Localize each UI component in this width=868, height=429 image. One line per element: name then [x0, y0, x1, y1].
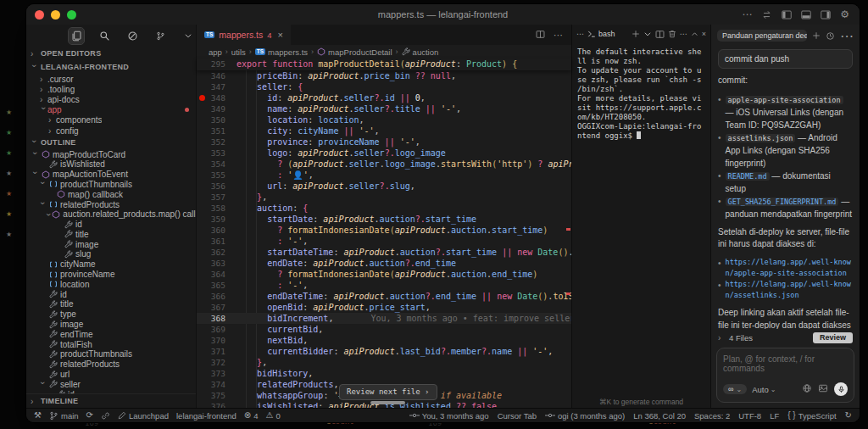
code-line-349[interactable]: 349 name: apiProduct.seller?.title || '-…: [197, 103, 571, 114]
terminal-dropdown-icon[interactable]: [643, 30, 652, 38]
outline-item-productThumbnails[interactable]: ›productThumbnails: [26, 180, 196, 190]
status-launchpad[interactable]: Launchpad: [118, 411, 169, 421]
code-line-367[interactable]: 367 openBid: apiProduct.price_start,: [197, 302, 571, 313]
code-line-357[interactable]: 357 },: [197, 192, 571, 203]
code-line-372[interactable]: 372 },: [197, 357, 571, 368]
code-line-351[interactable]: 351 city: cityName || '-',: [197, 125, 571, 136]
new-terminal-icon[interactable]: [632, 30, 640, 38]
status-ln-368-col-20[interactable]: Ln 368, Col 20: [633, 411, 686, 421]
status-sync[interactable]: ⟳: [86, 411, 93, 420]
close-tab-icon[interactable]: ×: [278, 30, 283, 40]
chat-more-icon[interactable]: ⋯: [840, 28, 854, 44]
close-panel-icon[interactable]: ×: [702, 30, 706, 38]
code-line-362[interactable]: 362 startDateTime: apiProduct.auction?.s…: [197, 247, 571, 258]
activity-files-icon[interactable]: [69, 28, 84, 44]
outline-item-provinceName[interactable]: provinceName: [26, 270, 196, 280]
outline-item-map-callback[interactable]: map() callback: [26, 189, 196, 199]
outline-item-totalFish[interactable]: totalFish: [26, 339, 196, 349]
activity-chevdown-icon[interactable]: [181, 28, 196, 44]
tree-item-components[interactable]: ›components: [26, 115, 196, 125]
status-you-3-months-ago[interactable]: You, 3 months ago: [409, 411, 489, 421]
activity-search-icon[interactable]: [97, 28, 112, 44]
outline-item-type[interactable]: type: [26, 309, 196, 320]
chat-tab[interactable]: Panduan pengaturan deep linking: [717, 30, 807, 42]
activity-branch-icon[interactable]: [153, 28, 168, 44]
outline-item-title[interactable]: title: [26, 299, 196, 309]
section-project[interactable]: › LELANGAI-FRONTEND: [26, 60, 196, 74]
outline-item-id[interactable]: id: [26, 289, 196, 299]
status-cursor-tab[interactable]: Cursor Tab: [498, 411, 537, 421]
code-line-369[interactable]: 369 currentBid,: [197, 324, 571, 335]
breakpoint-dot[interactable]: [199, 95, 205, 101]
web-search-icon[interactable]: [802, 382, 812, 397]
status-utf-8[interactable]: UTF-8: [738, 411, 761, 421]
user-message[interactable]: commit dan push: [718, 49, 853, 69]
terminal-more-icon[interactable]: ⋯: [680, 30, 687, 38]
outline-item-relatedProducts[interactable]: relatedProducts: [26, 359, 196, 370]
toggle-bottom-panel-icon[interactable]: [801, 10, 811, 20]
code-area[interactable]: 346 priceBin: apiProduct.price_bin ?? nu…: [197, 70, 571, 408]
settings-gear-icon[interactable]: ⚙: [840, 8, 849, 20]
chat-link-bullet[interactable]: •https://lelang.app/.well-known/apple-ap…: [718, 257, 853, 279]
code-line-373[interactable]: 373 bidHistory,: [197, 368, 571, 379]
split-editor-icon[interactable]: [536, 30, 545, 41]
chat-input[interactable]: Plan, @ for context, / for commands ∞ ⌄ …: [716, 348, 854, 403]
outline-item-image[interactable]: image: [26, 239, 196, 249]
outline-item-url[interactable]: url: [26, 370, 196, 380]
toggle-left-panel-icon[interactable]: [782, 10, 792, 20]
tab-mappers-ts[interactable]: TS mappers.ts 4 ×: [197, 25, 291, 45]
split-terminal-icon[interactable]: [655, 30, 665, 39]
breadcrumb-item[interactable]: app: [209, 47, 222, 57]
breadcrumb-item[interactable]: TSmappers.ts: [255, 47, 308, 57]
status-refresh[interactable]: ↻: [845, 411, 852, 420]
status-typescript[interactable]: { }TypeScript: [787, 411, 836, 421]
section-open-editors[interactable]: › OPEN EDITORS: [26, 47, 196, 60]
status-lf[interactable]: LF: [770, 411, 779, 421]
breadcrumb-item[interactable]: mapProductDetail: [317, 47, 392, 57]
status-ogi-3-months-ago-[interactable]: ogi (3 months ago): [545, 411, 625, 421]
code-line-295[interactable]: 295export function mapProductDetail(apiP…: [197, 58, 571, 70]
breadcrumb-item[interactable]: utils: [231, 47, 246, 57]
outline-item-isWishlisted[interactable]: isWishlisted: [26, 159, 196, 170]
changed-files-row[interactable]: › 4 Files Review: [716, 332, 854, 343]
status-spaces-2[interactable]: Spaces: 2: [694, 411, 730, 421]
code-line-371[interactable]: 371 currentBidder: apiProduct.last_bid?.…: [197, 346, 571, 357]
close-window-button[interactable]: [35, 10, 44, 20]
swap-panels-icon[interactable]: [761, 10, 772, 20]
activity-circleslash-icon[interactable]: [125, 28, 140, 44]
code-line-366[interactable]: 366 endDateTime: apiProduct.auction?.end…: [197, 291, 571, 302]
status-main[interactable]: main: [49, 411, 79, 421]
attach-image-icon[interactable]: [818, 382, 828, 397]
breadcrumb-item[interactable]: auction: [402, 47, 439, 57]
kill-terminal-icon[interactable]: [668, 30, 676, 38]
review-button[interactable]: Review: [813, 332, 853, 343]
outline-item-auction-related-products-map-callback[interactable]: ›auction.related_products.map() callback: [26, 209, 196, 220]
code-line-364[interactable]: 364 ? formatIndonesianDate(apiProduct.au…: [197, 269, 571, 280]
editor-more-actions-icon[interactable]: ⋯: [554, 30, 563, 41]
code-line-363[interactable]: 363 endDate: apiProduct.auction?.end_tim…: [197, 258, 571, 269]
code-line-355[interactable]: 355 : '👤',: [197, 170, 571, 181]
code-line-346[interactable]: 346 priceBin: apiProduct.price_bin ?? nu…: [197, 70, 571, 81]
code-line-348[interactable]: 348 id: apiProduct.seller?.id || 0,: [197, 92, 571, 103]
code-line-353[interactable]: 353 logo: apiProduct.seller?.logo_image: [197, 148, 571, 159]
outline-item-location[interactable]: location: [26, 279, 196, 289]
sticky-scroll-line[interactable]: 295export function mapProductDetail(apiP…: [197, 58, 571, 70]
status-tools[interactable]: ⚒: [34, 411, 42, 420]
code-line-359[interactable]: 359 startDate: apiProduct.auction?.start…: [197, 214, 571, 225]
code-line-361[interactable]: 361 : '-',: [197, 236, 571, 247]
section-outline[interactable]: › OUTLINE: [26, 136, 196, 149]
outline-item-id[interactable]: id: [26, 220, 196, 230]
outline-item-image[interactable]: image: [26, 320, 196, 330]
code-line-368[interactable]: 368 bidIncrement,You, 3 months ago • fea…: [197, 313, 571, 324]
chat-link-bullet[interactable]: •https://lelang.app/.well-known/assetlin…: [718, 279, 853, 301]
outline-item-relatedProducts[interactable]: ›relatedProducts: [26, 199, 196, 209]
outline-item-cityName[interactable]: cityName: [26, 259, 196, 270]
review-next-file-button[interactable]: Review next file ›: [339, 384, 437, 400]
section-timeline[interactable]: › TIMELINE: [26, 393, 196, 408]
voice-input-button[interactable]: [834, 382, 848, 396]
code-line-352[interactable]: 352 province: provinceName || '-',: [197, 136, 571, 148]
outline-item-mapAuctionToEvent[interactable]: ›mapAuctionToEvent: [26, 170, 196, 180]
panel-more-icon[interactable]: ⋯: [576, 30, 584, 38]
code-line-347[interactable]: 347 seller: {: [197, 81, 571, 92]
outline-item-title[interactable]: title: [26, 230, 196, 240]
